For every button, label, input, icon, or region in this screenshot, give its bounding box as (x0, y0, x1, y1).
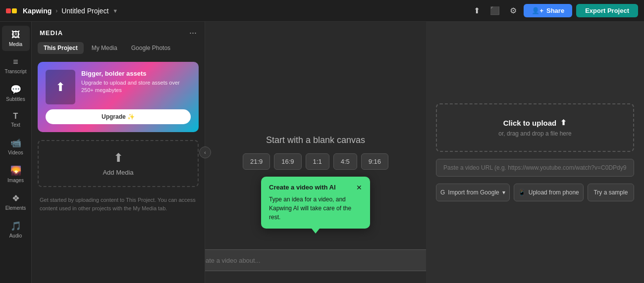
upgrade-button[interactable]: Upgrade ✨ (46, 109, 191, 124)
upgrade-desc: Upgrade to upload and store assets over … (81, 79, 191, 94)
upload-actions: G Import from Google ▾ 📱 Upload from pho… (436, 184, 634, 201)
sidebar-item-label-images: Images (7, 178, 24, 183)
panel-title: MEDIA (40, 29, 63, 37)
settings-icon-btn[interactable]: ⚙ (507, 3, 520, 18)
sidebar-item-transcript[interactable]: ≡ Transcript (2, 53, 30, 78)
breadcrumb-chevron: › (55, 7, 57, 14)
aspect-ratio-buttons: 21:9 16:9 1:1 4:5 9:16 (243, 153, 388, 170)
sidebar-item-text[interactable]: T Text (2, 108, 30, 132)
panel-collapse-button[interactable]: ‹ (199, 146, 211, 158)
sidebar-item-audio[interactable]: 🎵 Audio (2, 217, 30, 242)
sidebar-item-label-audio: Audio (9, 233, 22, 238)
panel-menu-button[interactable]: ··· (189, 28, 197, 38)
upload-icon-btn[interactable]: ⬆ (471, 3, 483, 18)
elements-icon: ❖ (12, 193, 20, 204)
sidebar-item-videos[interactable]: 📹 Videos (2, 134, 30, 159)
sidebar-item-label-text: Text (11, 122, 20, 128)
ai-tooltip-title: Create a video with AI (269, 184, 336, 191)
sidebar-item-label-media: Media (9, 42, 22, 47)
sidebar-item-media[interactable]: 🖼 Media (2, 26, 30, 51)
canvas-area: Start with a blank canvas 21:9 16:9 1:1 … (205, 22, 426, 283)
tab-this-project[interactable]: This Project (38, 42, 84, 54)
upgrade-text: Bigger, bolder assets Upgrade to upload … (81, 70, 191, 104)
logo-red (6, 8, 11, 13)
upload-drop-zone[interactable]: Click to upload ⬆ or, drag and drop a fi… (436, 103, 634, 152)
ai-input-bar: ✦ (205, 249, 426, 271)
sidebar-item-subtitles[interactable]: 💬 Subtitles (2, 80, 30, 106)
panel-wrap: MEDIA ··· This Project My Media Google P… (32, 22, 205, 283)
upgrade-btn-row: Upgrade ✨ (46, 109, 191, 124)
upgrade-title: Bigger, bolder assets (81, 70, 191, 77)
try-sample-button[interactable]: Try a sample (588, 184, 634, 201)
media-panel: MEDIA ··· This Project My Media Google P… (32, 22, 205, 283)
upload-drag-drop-text: or, drag and drop a file here (498, 130, 571, 137)
app-brand: Kapwing (23, 7, 52, 15)
images-icon: 🌄 (10, 165, 21, 176)
subtitles-icon: 💬 (10, 84, 21, 95)
project-dropdown-icon[interactable]: ▼ (112, 8, 118, 14)
panel-tabs: This Project My Media Google Photos (32, 42, 205, 58)
upload-phone-button[interactable]: 📱 Upload from phone (514, 184, 584, 201)
url-paste-input[interactable] (436, 159, 634, 177)
ai-tooltip-arrow (312, 229, 320, 234)
share-button[interactable]: 👤+ Share (524, 4, 572, 17)
left-nav: 🖼 Media ≡ Transcript 💬 Subtitles T Text … (0, 22, 32, 283)
blank-canvas-section: Start with a blank canvas 21:9 16:9 1:1 … (243, 135, 388, 170)
sidebar-item-label-videos: Videos (8, 150, 23, 155)
transcript-icon: ≡ (13, 57, 18, 67)
main-layout: 🖼 Media ≡ Transcript 💬 Subtitles T Text … (0, 22, 644, 283)
dropdown-arrow-icon: ▾ (502, 189, 505, 196)
ai-video-input[interactable] (205, 257, 424, 264)
text-icon: T (13, 112, 18, 121)
phone-icon: 📱 (518, 189, 526, 196)
upload-arrow-icon: ⬆ (55, 80, 65, 94)
upload-arrow-icon: ⬆ (560, 118, 567, 127)
import-google-button[interactable]: G Import from Google ▾ (436, 184, 510, 201)
tab-google-photos[interactable]: Google Photos (125, 42, 176, 54)
sidebar-item-images[interactable]: 🌄 Images (2, 161, 30, 187)
sidebar-item-label-transcript: Transcript (4, 69, 26, 74)
aspect-btn-4-5[interactable]: 4:5 (333, 153, 357, 170)
sidebar-item-label-elements: Elements (5, 205, 26, 211)
blank-canvas-label: Start with a blank canvas (266, 135, 365, 145)
topbar: Kapwing › Untitled Project ▼ ⬆ ⬛ ⚙ 👤+ Sh… (0, 0, 644, 22)
caption-icon-btn[interactable]: ⬛ (487, 3, 503, 18)
app-logo (6, 8, 17, 13)
add-media-icon: ⬆ (113, 151, 123, 165)
videos-icon: 📹 (10, 138, 21, 148)
tab-my-media[interactable]: My Media (86, 42, 123, 54)
upgrade-card-content: ⬆ Bigger, bolder assets Upgrade to uploa… (46, 70, 191, 104)
upgrade-card: ⬆ Bigger, bolder assets Upgrade to uploa… (38, 62, 199, 132)
ai-tooltip-close-button[interactable]: ✕ (356, 184, 362, 191)
logo-yellow (12, 8, 17, 13)
aspect-btn-21-9[interactable]: 21:9 (243, 153, 270, 170)
ai-tooltip-body: Type an idea for a video, and Kapwing AI… (269, 195, 362, 222)
export-button[interactable]: Export Project (576, 4, 638, 17)
aspect-btn-9-16[interactable]: 9:16 (361, 153, 388, 170)
panel-header: MEDIA ··· (32, 22, 205, 42)
ai-tooltip-header: Create a video with AI ✕ (269, 184, 362, 191)
sidebar-item-label-subtitles: Subtitles (6, 96, 25, 102)
upload-panel: Click to upload ⬆ or, drag and drop a fi… (426, 22, 644, 283)
add-media-button[interactable]: ⬆ Add Media (38, 140, 199, 187)
aspect-btn-1-1[interactable]: 1:1 (306, 153, 329, 170)
ai-tooltip: Create a video with AI ✕ Type an idea fo… (261, 177, 370, 229)
panel-info: Get started by uploading content to This… (32, 191, 205, 217)
project-name[interactable]: Untitled Project (61, 7, 108, 15)
upgrade-thumbnail: ⬆ (46, 70, 75, 104)
aspect-btn-16-9[interactable]: 16:9 (274, 153, 301, 170)
upload-click-text: Click to upload ⬆ (503, 118, 567, 127)
audio-icon: 🎵 (10, 221, 21, 232)
sidebar-item-elements[interactable]: ❖ Elements (2, 189, 30, 215)
media-icon: 🖼 (11, 30, 20, 40)
google-icon: G (440, 189, 445, 196)
add-media-label: Add Media (103, 169, 133, 176)
share-icon: 👤+ (532, 7, 543, 14)
